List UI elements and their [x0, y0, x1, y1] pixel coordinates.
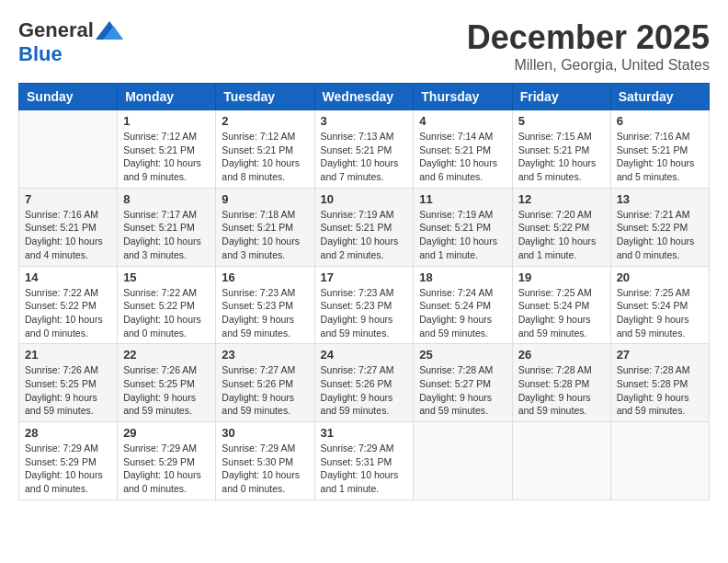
day-info: Sunrise: 7:16 AM Sunset: 5:21 PM Dayligh…	[617, 130, 703, 184]
table-row: 7Sunrise: 7:16 AM Sunset: 5:21 PM Daylig…	[19, 188, 118, 266]
calendar-week-row: 14Sunrise: 7:22 AM Sunset: 5:22 PM Dayli…	[19, 266, 710, 344]
table-row: 5Sunrise: 7:15 AM Sunset: 5:21 PM Daylig…	[512, 110, 610, 189]
day-info: Sunrise: 7:29 AM Sunset: 5:29 PM Dayligh…	[123, 442, 210, 496]
title-section: December 2025 Millen, Georgia, United St…	[467, 18, 710, 74]
day-info: Sunrise: 7:16 AM Sunset: 5:21 PM Dayligh…	[25, 208, 111, 262]
day-number: 15	[123, 270, 210, 284]
day-info: Sunrise: 7:29 AM Sunset: 5:29 PM Dayligh…	[25, 442, 111, 496]
table-row: 9Sunrise: 7:18 AM Sunset: 5:21 PM Daylig…	[216, 188, 314, 266]
table-row: 30Sunrise: 7:29 AM Sunset: 5:30 PM Dayli…	[216, 422, 314, 500]
day-number: 20	[617, 270, 703, 284]
table-row	[414, 422, 512, 500]
day-number: 6	[617, 114, 703, 128]
table-row: 23Sunrise: 7:27 AM Sunset: 5:26 PM Dayli…	[216, 344, 314, 422]
day-number: 31	[321, 426, 408, 440]
day-number: 7	[25, 192, 111, 206]
weekday-header-wednesday: Wednesday	[314, 84, 414, 110]
table-row: 22Sunrise: 7:26 AM Sunset: 5:25 PM Dayli…	[118, 344, 216, 422]
day-number: 1	[123, 114, 210, 128]
page-header: General Blue December 2025 Millen, Georg…	[18, 18, 710, 74]
logo: General Blue	[18, 18, 123, 66]
day-info: Sunrise: 7:28 AM Sunset: 5:27 PM Dayligh…	[419, 363, 506, 418]
day-number: 24	[321, 348, 408, 362]
day-number: 3	[321, 114, 408, 128]
day-number: 29	[123, 426, 210, 440]
day-info: Sunrise: 7:27 AM Sunset: 5:26 PM Dayligh…	[321, 363, 408, 418]
table-row: 12Sunrise: 7:20 AM Sunset: 5:22 PM Dayli…	[512, 188, 610, 266]
day-info: Sunrise: 7:22 AM Sunset: 5:22 PM Dayligh…	[123, 286, 210, 340]
weekday-header-saturday: Saturday	[610, 84, 709, 110]
table-row	[610, 422, 709, 500]
weekday-header-sunday: Sunday	[19, 84, 118, 110]
day-info: Sunrise: 7:23 AM Sunset: 5:23 PM Dayligh…	[222, 286, 308, 340]
day-number: 27	[617, 348, 703, 362]
day-info: Sunrise: 7:13 AM Sunset: 5:21 PM Dayligh…	[321, 130, 408, 184]
day-number: 18	[419, 270, 506, 284]
calendar-table: SundayMondayTuesdayWednesdayThursdayFrid…	[18, 83, 710, 500]
day-info: Sunrise: 7:19 AM Sunset: 5:21 PM Dayligh…	[321, 208, 408, 262]
table-row	[512, 422, 610, 500]
day-number: 4	[419, 114, 506, 128]
day-info: Sunrise: 7:29 AM Sunset: 5:30 PM Dayligh…	[222, 442, 308, 496]
day-info: Sunrise: 7:24 AM Sunset: 5:24 PM Dayligh…	[419, 286, 506, 340]
day-number: 10	[321, 192, 408, 206]
day-info: Sunrise: 7:18 AM Sunset: 5:21 PM Dayligh…	[222, 208, 308, 262]
day-number: 23	[222, 348, 308, 362]
table-row: 18Sunrise: 7:24 AM Sunset: 5:24 PM Dayli…	[414, 266, 512, 344]
day-info: Sunrise: 7:19 AM Sunset: 5:21 PM Dayligh…	[419, 208, 506, 262]
table-row: 19Sunrise: 7:25 AM Sunset: 5:24 PM Dayli…	[512, 266, 610, 344]
day-number: 11	[419, 192, 506, 206]
day-info: Sunrise: 7:21 AM Sunset: 5:22 PM Dayligh…	[617, 208, 703, 262]
table-row: 4Sunrise: 7:14 AM Sunset: 5:21 PM Daylig…	[414, 110, 512, 189]
day-info: Sunrise: 7:27 AM Sunset: 5:26 PM Dayligh…	[222, 363, 308, 418]
day-number: 22	[123, 348, 210, 362]
logo-icon	[96, 21, 123, 40]
table-row: 2Sunrise: 7:12 AM Sunset: 5:21 PM Daylig…	[216, 110, 314, 189]
day-info: Sunrise: 7:25 AM Sunset: 5:24 PM Dayligh…	[518, 286, 605, 340]
day-number: 28	[25, 426, 111, 440]
table-row: 11Sunrise: 7:19 AM Sunset: 5:21 PM Dayli…	[414, 188, 512, 266]
month-title: December 2025	[467, 18, 710, 57]
table-row: 14Sunrise: 7:22 AM Sunset: 5:22 PM Dayli…	[19, 266, 118, 344]
weekday-header-tuesday: Tuesday	[216, 84, 314, 110]
location-text: Millen, Georgia, United States	[467, 57, 710, 74]
day-number: 5	[518, 114, 605, 128]
day-number: 2	[222, 114, 308, 128]
table-row: 26Sunrise: 7:28 AM Sunset: 5:28 PM Dayli…	[512, 344, 610, 422]
table-row: 17Sunrise: 7:23 AM Sunset: 5:23 PM Dayli…	[314, 266, 414, 344]
day-info: Sunrise: 7:26 AM Sunset: 5:25 PM Dayligh…	[123, 363, 210, 418]
weekday-header-thursday: Thursday	[414, 84, 512, 110]
table-row: 13Sunrise: 7:21 AM Sunset: 5:22 PM Dayli…	[610, 188, 709, 266]
table-row: 15Sunrise: 7:22 AM Sunset: 5:22 PM Dayli…	[118, 266, 216, 344]
day-info: Sunrise: 7:29 AM Sunset: 5:31 PM Dayligh…	[321, 442, 408, 496]
day-number: 9	[222, 192, 308, 206]
day-info: Sunrise: 7:20 AM Sunset: 5:22 PM Dayligh…	[518, 208, 605, 262]
table-row: 1Sunrise: 7:12 AM Sunset: 5:21 PM Daylig…	[118, 110, 216, 189]
logo-blue-text: Blue	[18, 42, 63, 66]
day-info: Sunrise: 7:14 AM Sunset: 5:21 PM Dayligh…	[419, 130, 506, 184]
table-row: 31Sunrise: 7:29 AM Sunset: 5:31 PM Dayli…	[314, 422, 414, 500]
day-number: 13	[617, 192, 703, 206]
day-number: 16	[222, 270, 308, 284]
calendar-week-row: 21Sunrise: 7:26 AM Sunset: 5:25 PM Dayli…	[19, 344, 710, 422]
day-info: Sunrise: 7:23 AM Sunset: 5:23 PM Dayligh…	[321, 286, 408, 340]
table-row: 8Sunrise: 7:17 AM Sunset: 5:21 PM Daylig…	[118, 188, 216, 266]
weekday-header-row: SundayMondayTuesdayWednesdayThursdayFrid…	[19, 84, 710, 110]
calendar-week-row: 1Sunrise: 7:12 AM Sunset: 5:21 PM Daylig…	[19, 110, 710, 189]
table-row: 24Sunrise: 7:27 AM Sunset: 5:26 PM Dayli…	[314, 344, 414, 422]
table-row: 27Sunrise: 7:28 AM Sunset: 5:28 PM Dayli…	[610, 344, 709, 422]
day-info: Sunrise: 7:12 AM Sunset: 5:21 PM Dayligh…	[222, 130, 308, 184]
day-info: Sunrise: 7:22 AM Sunset: 5:22 PM Dayligh…	[25, 286, 111, 340]
logo-general-text: General	[18, 18, 94, 42]
day-number: 14	[25, 270, 111, 284]
table-row: 3Sunrise: 7:13 AM Sunset: 5:21 PM Daylig…	[314, 110, 414, 189]
calendar-week-row: 28Sunrise: 7:29 AM Sunset: 5:29 PM Dayli…	[19, 422, 710, 500]
day-number: 30	[222, 426, 308, 440]
day-number: 12	[518, 192, 605, 206]
day-number: 17	[321, 270, 408, 284]
table-row: 28Sunrise: 7:29 AM Sunset: 5:29 PM Dayli…	[19, 422, 118, 500]
day-info: Sunrise: 7:12 AM Sunset: 5:21 PM Dayligh…	[123, 130, 210, 184]
day-number: 21	[25, 348, 111, 362]
day-number: 19	[518, 270, 605, 284]
table-row: 6Sunrise: 7:16 AM Sunset: 5:21 PM Daylig…	[610, 110, 709, 189]
